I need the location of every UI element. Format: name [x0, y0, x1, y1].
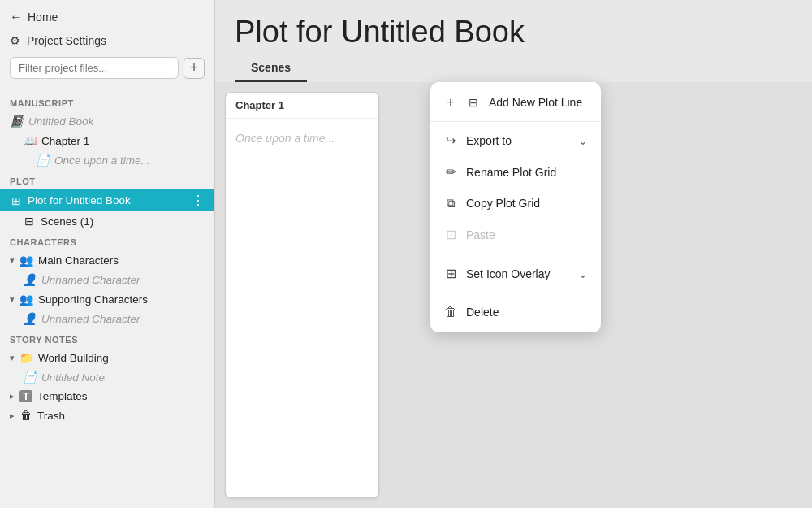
content-area: Chapter 1 Once upon a time... + ⊟ Add Ne…	[215, 82, 812, 508]
ctx-item-label: Set Icon Overlay	[466, 267, 551, 280]
trash-icon: 🗑	[19, 409, 32, 422]
ctx-divider-3	[430, 293, 601, 293]
sidebar-item-label: Plot for Untitled Book	[28, 194, 131, 206]
sidebar-item-label: Chapter 1	[41, 135, 89, 147]
project-settings-label: Project Settings	[27, 34, 106, 47]
project-settings-link[interactable]: ⚙ Project Settings	[10, 34, 205, 47]
gear-icon: ⚙	[10, 34, 20, 47]
sidebar-item-world-building[interactable]: ▾ 📁 World Building	[0, 348, 214, 367]
chevron-right-icon: ⌄	[578, 134, 588, 147]
sidebar-item-label: Trash	[37, 410, 65, 422]
group-icon: 👥	[19, 293, 33, 306]
chevron-right-icon: ▸	[10, 391, 15, 402]
scenes-icon: ⊟	[23, 215, 36, 228]
chevron-down-icon: ▾	[10, 294, 15, 305]
overlay-icon: ⊞	[443, 266, 458, 281]
ctx-item-label: Delete	[466, 306, 499, 319]
add-file-button[interactable]: +	[184, 58, 205, 79]
note-icon: 📄	[23, 371, 37, 384]
sidebar-item-label: Untitled Note	[41, 371, 105, 384]
ctx-paste: ⊡ Paste	[430, 219, 601, 250]
paste-icon: ⊡	[443, 227, 458, 242]
scene-card-body: Once upon a time...	[226, 119, 378, 158]
sidebar-item-unnamed-char-1[interactable]: 👤 Unnamed Character	[0, 270, 214, 289]
main-header: Plot for Untitled Book Scenes	[215, 0, 812, 82]
sidebar-item-label: Untitled Book	[28, 115, 93, 128]
sidebar-item-chapter-1[interactable]: 📖 Chapter 1	[0, 131, 214, 150]
plot-grid-icon: ⊞	[10, 194, 23, 207]
export-icon: ↪	[443, 133, 458, 148]
ctx-export-to[interactable]: ↪ Export to ⌄	[430, 125, 601, 156]
person-icon: 👤	[23, 312, 37, 325]
sidebar: ← Home ⚙ Project Settings + MANUSCRIPT 📓…	[0, 0, 215, 508]
ctx-item-label: Export to	[466, 134, 512, 147]
copy-icon: ⧉	[443, 196, 458, 211]
sidebar-item-untitled-book[interactable]: 📓 Untitled Book	[0, 111, 214, 131]
ctx-add-new-plot-line[interactable]: + ⊟ Add New Plot Line	[430, 87, 601, 118]
story-notes-section-header: STORY NOTES	[0, 328, 214, 348]
sidebar-item-label: World Building	[38, 352, 109, 364]
sidebar-item-trash[interactable]: ▸ 🗑 Trash	[0, 406, 214, 425]
filter-row: +	[10, 57, 205, 79]
context-menu: + ⊟ Add New Plot Line ↪ Export to ⌄ ✏ Re…	[430, 82, 601, 332]
templates-icon: T	[19, 390, 32, 402]
home-label: Home	[28, 11, 58, 24]
chapter-icon: 📖	[23, 134, 37, 147]
filter-input[interactable]	[10, 57, 179, 79]
page-icon: 📄	[36, 154, 50, 167]
characters-section-header: CHARACTERS	[0, 231, 214, 250]
sidebar-item-untitled-note[interactable]: 📄 Untitled Note	[0, 367, 214, 387]
page-title: Plot for Untitled Book	[235, 15, 793, 50]
sidebar-item-label: Scenes (1)	[41, 215, 93, 228]
manuscript-section-header: MANUSCRIPT	[0, 92, 214, 111]
chevron-down-icon: ▾	[10, 353, 15, 363]
chevron-down-icon: ▾	[10, 255, 15, 266]
chevron-right-icon: ▸	[10, 410, 15, 421]
sidebar-item-plot-untitled-book[interactable]: ⊞ Plot for Untitled Book ⋮	[0, 189, 214, 211]
sidebar-item-main-characters[interactable]: ▾ 👥 Main Characters	[0, 250, 214, 270]
sidebar-item-label: Unnamed Character	[41, 313, 140, 325]
sidebar-item-label: Supporting Characters	[38, 293, 148, 306]
plot-section-header: PLOT	[0, 170, 214, 189]
ctx-item-label: Paste	[466, 228, 495, 241]
back-arrow-icon: ←	[10, 10, 23, 24]
ctx-item-label: Add New Plot Line	[489, 96, 582, 109]
more-options-icon[interactable]: ⋮	[192, 193, 205, 208]
ctx-delete[interactable]: 🗑 Delete	[430, 297, 601, 328]
scene-card: Chapter 1 Once upon a time...	[225, 92, 379, 498]
ctx-item-label: Copy Plot Grid	[466, 197, 540, 210]
sidebar-item-unnamed-char-2[interactable]: 👤 Unnamed Character	[0, 309, 214, 328]
folder-icon: 📁	[19, 351, 33, 364]
chevron-down-icon: ⌄	[578, 267, 588, 280]
group-icon: 👥	[19, 254, 33, 267]
pencil-icon: ✏	[443, 164, 458, 180]
ctx-item-label: Rename Plot Grid	[466, 166, 556, 179]
ctx-rename-plot-grid[interactable]: ✏ Rename Plot Grid	[430, 156, 601, 188]
trash-icon: 🗑	[443, 305, 458, 319]
ctx-copy-plot-grid[interactable]: ⧉ Copy Plot Grid	[430, 188, 601, 219]
ctx-divider	[430, 121, 601, 122]
sidebar-item-scenes[interactable]: ⊟ Scenes (1)	[0, 211, 214, 231]
person-icon: 👤	[23, 273, 37, 286]
sidebar-item-once-upon[interactable]: 📄 Once upon a time...	[0, 150, 214, 170]
book-icon: 📓	[10, 115, 24, 128]
sidebar-item-label: Unnamed Character	[41, 274, 140, 286]
ctx-divider-2	[430, 254, 601, 254]
sidebar-item-label: Once upon a time...	[54, 154, 150, 167]
home-link[interactable]: ← Home	[10, 10, 205, 24]
scene-card-header: Chapter 1	[226, 93, 378, 119]
main-tabs: Scenes	[235, 54, 793, 82]
tab-scenes[interactable]: Scenes	[235, 54, 307, 82]
sidebar-item-label: Templates	[37, 390, 88, 402]
plus-icon: +	[443, 95, 458, 110]
sidebar-item-templates[interactable]: ▸ T Templates	[0, 387, 214, 406]
sidebar-item-supporting-characters[interactable]: ▾ 👥 Supporting Characters	[0, 289, 214, 309]
ctx-set-icon-overlay[interactable]: ⊞ Set Icon Overlay ⌄	[430, 258, 601, 289]
main-area: Plot for Untitled Book Scenes Chapter 1 …	[215, 0, 812, 508]
sidebar-top: ← Home ⚙ Project Settings +	[0, 0, 214, 92]
grid-icon: ⊟	[466, 96, 481, 109]
sidebar-item-label: Main Characters	[38, 254, 119, 267]
